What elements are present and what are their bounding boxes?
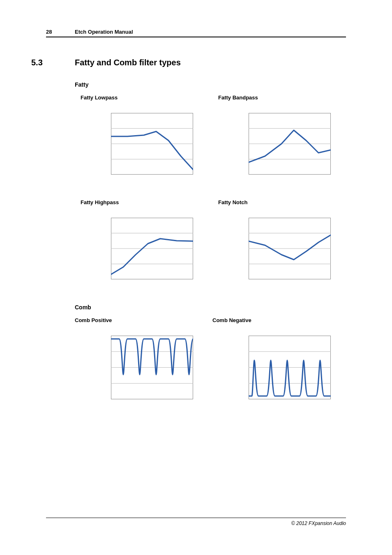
chart-fatty-notch bbox=[249, 218, 346, 279]
document-title: Etch Operation Manual bbox=[75, 29, 133, 35]
chart-comb-positive bbox=[111, 336, 208, 399]
chart-label-fatty-lowpass: Fatty Lowpass bbox=[81, 94, 208, 101]
chart-label-fatty-bandpass: Fatty Bandpass bbox=[218, 94, 346, 101]
chart-fatty-bandpass bbox=[249, 113, 346, 175]
page-header: 28 Etch Operation Manual bbox=[46, 29, 346, 37]
copyright-text: © 2012 FXpansion Audio bbox=[291, 520, 346, 526]
group-heading-fatty: Fatty bbox=[75, 81, 346, 88]
section-number: 5.3 bbox=[31, 58, 75, 67]
section-heading: 5.3 Fatty and Comb filter types bbox=[31, 58, 346, 67]
section-title: Fatty and Comb filter types bbox=[75, 58, 181, 67]
chart-fatty-lowpass bbox=[111, 113, 208, 175]
chart-label-fatty-highpass: Fatty Highpass bbox=[81, 199, 208, 205]
chart-comb-negative bbox=[249, 336, 346, 399]
chart-label-comb-negative: Comb Negative bbox=[212, 317, 346, 323]
chart-label-comb-positive: Comb Positive bbox=[75, 317, 208, 323]
chart-fatty-highpass bbox=[111, 218, 208, 279]
page-footer: © 2012 FXpansion Audio bbox=[46, 518, 346, 526]
page-number: 28 bbox=[46, 29, 75, 35]
chart-label-fatty-notch: Fatty Notch bbox=[218, 199, 346, 205]
group-heading-comb: Comb bbox=[75, 304, 346, 311]
